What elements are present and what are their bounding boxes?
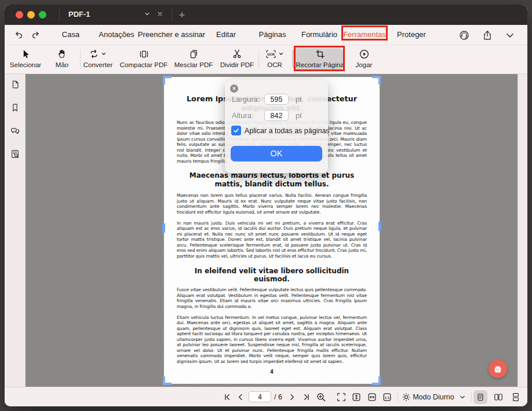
crop-handle-bottom-right[interactable] <box>372 376 381 385</box>
width-input[interactable] <box>264 94 289 105</box>
traffic-light-zoom[interactable] <box>39 11 46 19</box>
share-icon[interactable] <box>482 30 493 41</box>
continuous-view-icon[interactable] <box>511 392 520 402</box>
support-headset-icon[interactable] <box>459 30 469 41</box>
crop-handle-middle-right[interactable] <box>378 222 381 231</box>
tab-chevron-down-icon[interactable] <box>144 10 151 17</box>
new-tab-plus-icon[interactable]: + <box>179 9 185 21</box>
facing-pages-view-icon[interactable] <box>494 392 503 402</box>
menu-item-proteger[interactable]: Proteger <box>397 30 426 39</box>
crop-handle-middle-left[interactable] <box>162 223 165 233</box>
menu-item-preencher-e-assinar[interactable]: Preencher e assinar <box>138 30 205 39</box>
crop-handle-top-left[interactable] <box>163 76 172 85</box>
statusbar-divider <box>398 392 398 402</box>
height-label: Altura: <box>232 111 264 120</box>
play-circle-icon <box>337 47 391 60</box>
fit-height-icon[interactable] <box>352 392 362 402</box>
comments-icon[interactable] <box>10 126 20 136</box>
apply-all-label[interactable]: Aplicar a todas as páginas <box>245 127 330 135</box>
vertical-scrollbar[interactable] <box>518 74 527 387</box>
menu-item-ferramentas[interactable]: Ferramentas <box>343 30 386 39</box>
total-pages-label: / 6 <box>274 393 282 401</box>
next-page-icon[interactable] <box>288 392 297 401</box>
menu-item-formulario[interactable]: Formulário <box>301 30 337 39</box>
toolbar: Selecionar Mão Converter <box>5 45 527 74</box>
doc-paragraph-5: Etiam vehicula luctus fermentum. In vel … <box>177 315 367 365</box>
doc-heading-2: Maecenas mauris lectus, lobortis et puru… <box>183 171 361 189</box>
collapse-toolbar-chevron-icon[interactable] <box>505 30 515 41</box>
sun-icon <box>402 392 411 402</box>
robot-icon <box>492 363 504 375</box>
tab-divider <box>59 8 60 21</box>
statusbar-divider <box>471 392 472 402</box>
menu-item-anotacoes[interactable]: Anotações <box>99 30 134 39</box>
menu-item-paginas[interactable]: Páginas <box>259 30 286 39</box>
crop-handle-top-right[interactable] <box>372 76 381 85</box>
compress-pdf-icon <box>117 47 170 60</box>
tab-title[interactable]: PDF-1 <box>68 10 90 19</box>
menu-item-casa[interactable]: Casa <box>62 30 79 39</box>
svg-text:OCR: OCR <box>267 52 274 56</box>
svg-text:1:1: 1:1 <box>385 395 390 399</box>
traffic-light-minimize[interactable] <box>27 11 35 19</box>
view-mode-label[interactable]: Modo Diurno <box>413 393 454 401</box>
menu-item-editar[interactable]: Editar <box>216 30 236 39</box>
view-mode-chevron-icon[interactable] <box>459 393 467 401</box>
height-input[interactable] <box>264 110 289 121</box>
tool-compactar-pdf[interactable]: Compactar PDF <box>117 47 170 68</box>
dialog-close-icon[interactable]: ✕ <box>230 85 238 93</box>
single-page-view-icon[interactable] <box>476 392 485 402</box>
tab-divider <box>172 8 172 21</box>
statusbar: / 6 1:1 <box>5 387 527 406</box>
traffic-light-close[interactable] <box>16 11 23 19</box>
prev-page-icon[interactable] <box>236 392 245 401</box>
bookmarks-icon[interactable] <box>10 103 20 112</box>
last-page-icon[interactable] <box>303 392 311 401</box>
tool-jogar[interactable]: Jogar <box>337 47 391 68</box>
ok-button[interactable]: OK <box>231 146 322 162</box>
page-thumbnails-icon[interactable] <box>10 80 20 90</box>
doc-heading-3: In eleifend velit vitae libero sollicitu… <box>177 267 367 283</box>
app-window: PDF-1 + Casa Anotações Preencher e assin… <box>5 5 527 406</box>
titlebar: PDF-1 + <box>5 5 527 25</box>
search-document-icon[interactable] <box>10 149 20 159</box>
actual-size-icon[interactable]: 1:1 <box>382 392 392 402</box>
zoom-in-icon[interactable] <box>316 392 326 402</box>
main-area: Lorem ipsum dolor sit amet, consectetur … <box>5 74 527 387</box>
page-number: 4 <box>164 369 380 375</box>
tab-close-icon[interactable] <box>156 10 163 17</box>
assistant-robot-button[interactable] <box>489 359 507 378</box>
doc-paragraph-2: Maecenas non lorem quis tellus placerat … <box>177 193 367 215</box>
page-number-input[interactable] <box>249 391 271 402</box>
doc-paragraph-4: Fusce vitae vestibulum velit. Pellentesq… <box>177 287 367 309</box>
doc-paragraph-3: In non mauris justo. Duis vehicula mi ve… <box>177 221 367 259</box>
screenshot-stage: PDF-1 + Casa Anotações Preencher e assin… <box>0 0 532 411</box>
crop-page-dialog: ✕ Largura: pt Altura: pt <box>225 79 328 173</box>
fit-width-icon[interactable] <box>367 392 377 402</box>
apply-all-checkbox[interactable] <box>231 126 241 135</box>
height-unit: pt <box>296 111 302 120</box>
document-canvas[interactable]: Lorem ipsum dolor sit amet, consectetur … <box>25 74 518 387</box>
undo-icon[interactable] <box>14 30 24 40</box>
menubar: Casa Anotações Preencher e assinar Edita… <box>5 25 527 45</box>
fit-page-icon[interactable] <box>337 392 347 402</box>
redo-icon[interactable] <box>31 30 41 40</box>
left-sidebar <box>5 74 25 387</box>
width-label: Largura: <box>232 95 264 104</box>
first-page-icon[interactable] <box>223 392 232 401</box>
crop-handle-bottom-left[interactable] <box>163 376 172 385</box>
width-unit: pt <box>296 95 302 104</box>
